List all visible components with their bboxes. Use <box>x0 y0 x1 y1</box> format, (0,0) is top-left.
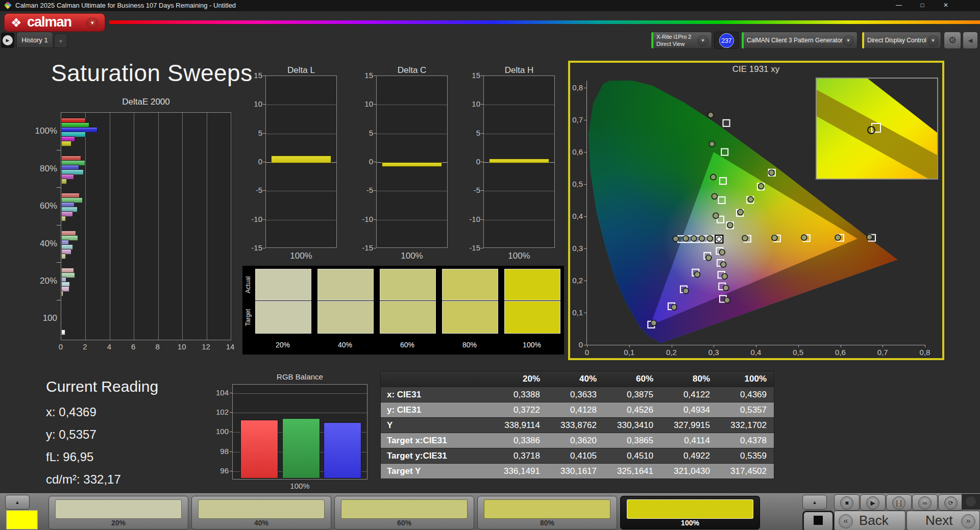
table-row-label: Target x:CIE31 <box>381 436 491 446</box>
gridline <box>231 113 231 340</box>
collapse-toolbar-button[interactable]: ◀ <box>963 32 978 49</box>
meter-count-badge[interactable]: 237 <box>719 33 734 48</box>
chevron-down-icon[interactable]: ▼ <box>843 35 854 46</box>
patch-button-40%[interactable]: 40% <box>191 496 331 529</box>
chevron-down-icon[interactable]: ▼ <box>697 35 708 46</box>
deltae-x-tick: 10 <box>174 342 189 351</box>
display-control-dropdown[interactable]: Direct Display Control ▼ <box>862 32 941 49</box>
table-row-label: Y <box>381 420 491 431</box>
axis-tick <box>481 248 483 248</box>
calman-logo-text: calman <box>27 14 71 30</box>
table-cell: 0,4122 <box>660 390 717 400</box>
table-cell: 0,4105 <box>547 451 604 461</box>
deltae-chart[interactable] <box>61 112 231 340</box>
rgb-y-tick: 96 <box>203 466 229 475</box>
table-row: Target x:CIE310,33860,36200,38650,41140,… <box>381 433 774 448</box>
delta-y-tick: 0 <box>457 157 480 166</box>
gridline <box>484 134 554 134</box>
actual-label: Actual <box>244 270 253 299</box>
stop-measure-button[interactable] <box>802 511 834 530</box>
patch-button-60%[interactable]: 60% <box>334 496 474 529</box>
chevrons-left-icon: « <box>839 514 853 528</box>
loop-icon: ∞ <box>918 496 932 510</box>
delta-y-tick: -10 <box>457 215 480 223</box>
refresh-button[interactable]: ⟳ <box>938 494 964 511</box>
window-title: Calman 2025 Calman Ultimate for Business… <box>15 2 236 9</box>
patch-button-100%[interactable]: 100% <box>620 496 760 529</box>
patch-button-20%[interactable]: 20% <box>48 496 188 529</box>
delta-c-chart[interactable] <box>376 75 448 248</box>
pattern-generator-dropdown[interactable]: CalMAN Client 3 Pattern Generator ▼ <box>741 32 857 49</box>
measured-point <box>738 209 743 215</box>
delta-y-tick: -15 <box>239 243 262 252</box>
stop-button[interactable]: ■ <box>834 494 860 511</box>
patch-button-80%[interactable]: 80% <box>477 496 617 529</box>
rgb-y-tick: 102 <box>203 408 229 416</box>
gridline <box>484 191 554 191</box>
menu-caret-icon[interactable]: ▼ <box>86 17 99 29</box>
gridline <box>233 393 367 394</box>
active-color-preview[interactable] <box>6 510 38 529</box>
swatch-label: 100% <box>504 341 559 349</box>
axis-tick <box>584 281 586 281</box>
axis-tick <box>584 345 586 345</box>
table-row: Target y:CIE310,37180,41050,45100,49220,… <box>381 448 774 464</box>
cie-y-tick: 0,5 <box>560 180 583 188</box>
cie-y-axis <box>586 81 587 345</box>
delta-y-tick: -10 <box>239 215 262 223</box>
delta-h-chart[interactable] <box>483 75 555 248</box>
collapse-patches-button[interactable]: ▲ <box>5 495 30 510</box>
delta-y-tick: 15 <box>457 71 480 80</box>
table-cell: 325,1641 <box>604 466 660 476</box>
calman-menu-button[interactable]: ❖ calman ▼ <box>4 13 105 32</box>
meter-mode: Direct View <box>656 41 684 47</box>
delta-y-tick: 15 <box>350 71 373 80</box>
table-cell: 0,5359 <box>717 451 774 461</box>
axis-tick <box>584 152 586 153</box>
minimize-button[interactable]: — <box>891 0 906 11</box>
delta-bar <box>382 162 442 167</box>
chevron-down-icon[interactable]: ▼ <box>927 35 939 46</box>
back-button[interactable]: « Back <box>834 511 905 530</box>
current-reading-title: Current Reading <box>46 378 158 395</box>
delta-y-tick: -5 <box>239 186 262 194</box>
table-cell: 0,4369 <box>717 390 774 400</box>
target-point <box>721 149 728 156</box>
reading-x: x: 0,4369 <box>46 405 96 419</box>
actual-swatch <box>380 269 436 300</box>
axis-tick <box>263 104 265 105</box>
meter-dropdown[interactable]: X-Rite i1Pro 2 Direct View ▼ <box>651 32 712 49</box>
collapse-transport-button[interactable]: ▲ <box>802 495 827 510</box>
rgb-balance-chart[interactable] <box>232 384 368 479</box>
axis-tick <box>263 162 265 162</box>
deltae-group-label: 60% <box>20 201 57 211</box>
gridline <box>266 105 336 105</box>
cie-y-tick: 0,2 <box>560 276 583 285</box>
delta-x-label: 100% <box>265 251 337 261</box>
transport-end-cap <box>962 494 980 510</box>
table-cell: 317,4502 <box>717 466 774 476</box>
patch-label: 100% <box>621 519 760 527</box>
step-button[interactable]: [·] <box>886 494 912 511</box>
tab-scroll-button[interactable]: ▶ <box>1 33 14 48</box>
meter-count-panel: 237 <box>714 32 739 49</box>
table-cell: 0,5357 <box>717 405 774 415</box>
measured-point <box>772 235 777 241</box>
delta-l-chart[interactable] <box>265 75 337 248</box>
settings-button[interactable]: ⚙ <box>944 32 961 49</box>
actual-swatch <box>504 269 560 300</box>
loop-button[interactable]: ∞ <box>912 494 938 511</box>
table-cell: 0,4114 <box>660 436 717 446</box>
cie-inset-graphic <box>817 79 937 179</box>
add-tab-button[interactable]: + <box>54 34 67 48</box>
close-button[interactable]: ✕ <box>938 0 953 11</box>
next-button[interactable]: Next » <box>906 511 980 530</box>
reading-cdm2: cd/m²: 332,17 <box>46 472 121 487</box>
play-button[interactable]: ▶ <box>860 494 886 511</box>
cie-y-tick: 0 <box>560 340 583 349</box>
gridline <box>158 113 159 340</box>
rgb-x-label: 100% <box>232 482 368 490</box>
maximize-button[interactable]: □ <box>915 0 930 11</box>
axis-tick <box>374 162 376 162</box>
tab-history-1[interactable]: History 1 <box>16 32 53 48</box>
